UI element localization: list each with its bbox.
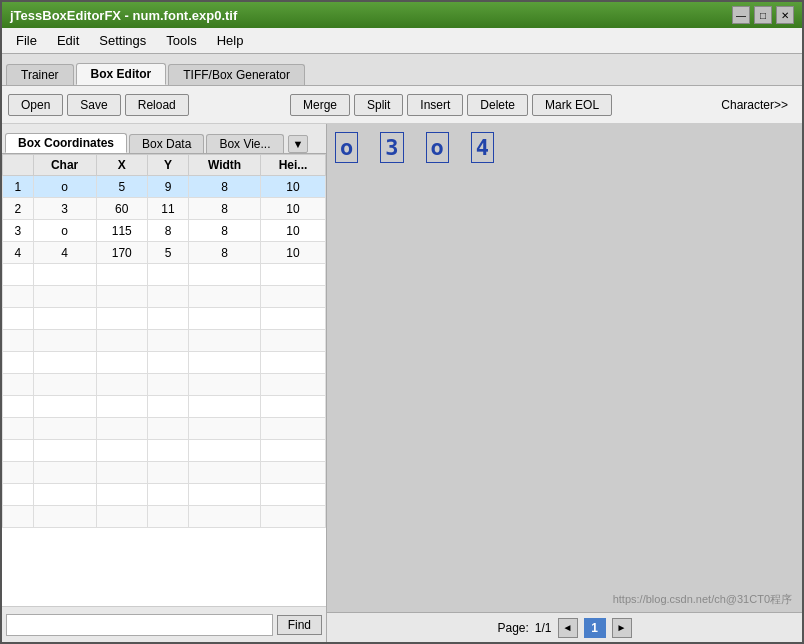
main-content: Box Coordinates Box Data Box Vie... ▼ Ch…	[2, 124, 802, 642]
menu-edit[interactable]: Edit	[47, 31, 89, 50]
close-button[interactable]: ✕	[776, 6, 794, 24]
search-bar: Find	[2, 606, 326, 642]
split-button[interactable]: Split	[354, 94, 403, 116]
sub-tab-box-data[interactable]: Box Data	[129, 134, 204, 153]
cell-height: 10	[261, 176, 326, 198]
col-header-char: Char	[33, 155, 96, 176]
page-label: Page:	[497, 621, 528, 635]
table-row-empty[interactable]	[3, 396, 326, 418]
tab-tiff-box-generator[interactable]: TIFF/Box Generator	[168, 64, 305, 85]
table-row-empty[interactable]	[3, 506, 326, 528]
col-header-width: Width	[189, 155, 261, 176]
cell-width: 8	[189, 242, 261, 264]
char-3: 3	[385, 135, 398, 160]
data-table: Char X Y Width Hei... 1 o 5 9 8 10 2 3	[2, 154, 326, 528]
toolbar: Open Save Reload Merge Split Insert Dele…	[2, 86, 802, 124]
cell-index: 4	[3, 242, 34, 264]
table-row-empty[interactable]	[3, 352, 326, 374]
char-display-4: 4	[471, 132, 494, 163]
character-label[interactable]: Character>>	[713, 95, 796, 115]
minimize-button[interactable]: —	[732, 6, 750, 24]
table-row-empty[interactable]	[3, 484, 326, 506]
col-header-x: X	[96, 155, 147, 176]
table-row[interactable]: 1 o 5 9 8 10	[3, 176, 326, 198]
sub-tab-bar: Box Coordinates Box Data Box Vie... ▼	[2, 124, 326, 154]
maximize-button[interactable]: □	[754, 6, 772, 24]
image-canvas: o 3 o 4 https://blog.csdn.net/ch@31CT0程序	[327, 124, 802, 642]
table-row[interactable]: 3 o 115 8 8 10	[3, 220, 326, 242]
sub-tab-dropdown[interactable]: ▼	[288, 135, 309, 153]
cell-y: 5	[147, 242, 188, 264]
watermark: https://blog.csdn.net/ch@31CT0程序	[613, 592, 792, 607]
cell-char: 4	[33, 242, 96, 264]
table-row-empty[interactable]	[3, 440, 326, 462]
col-header-index	[3, 155, 34, 176]
cell-height: 10	[261, 242, 326, 264]
table-row-empty[interactable]	[3, 374, 326, 396]
window-title: jTessBoxEditorFX - num.font.exp0.tif	[10, 8, 237, 23]
reload-button[interactable]: Reload	[125, 94, 189, 116]
find-button[interactable]: Find	[277, 615, 322, 635]
merge-button[interactable]: Merge	[290, 94, 350, 116]
menu-tools[interactable]: Tools	[156, 31, 206, 50]
cell-width: 8	[189, 176, 261, 198]
table-row-empty[interactable]	[3, 286, 326, 308]
current-page: 1	[584, 618, 606, 638]
delete-button[interactable]: Delete	[467, 94, 528, 116]
save-button[interactable]: Save	[67, 94, 120, 116]
char-o1: o	[340, 135, 353, 160]
cell-width: 8	[189, 220, 261, 242]
page-info: 1/1	[535, 621, 552, 635]
right-panel: o 3 o 4 https://blog.csdn.net/ch@31CT0程序	[327, 124, 802, 642]
col-header-height: Hei...	[261, 155, 326, 176]
table-row-empty[interactable]	[3, 418, 326, 440]
insert-button[interactable]: Insert	[407, 94, 463, 116]
tab-trainer[interactable]: Trainer	[6, 64, 74, 85]
mark-eol-button[interactable]: Mark EOL	[532, 94, 612, 116]
cell-index: 2	[3, 198, 34, 220]
menu-help[interactable]: Help	[207, 31, 254, 50]
cell-x: 115	[96, 220, 147, 242]
char-4: 4	[476, 135, 489, 160]
col-header-y: Y	[147, 155, 188, 176]
char-display-o1: o	[335, 132, 358, 163]
table-row[interactable]: 2 3 60 11 8 10	[3, 198, 326, 220]
prev-page-button[interactable]: ◄	[558, 618, 578, 638]
tab-box-editor[interactable]: Box Editor	[76, 63, 167, 85]
search-input[interactable]	[6, 614, 273, 636]
cell-height: 10	[261, 220, 326, 242]
menu-bar: File Edit Settings Tools Help	[2, 28, 802, 54]
cell-index: 3	[3, 220, 34, 242]
open-button[interactable]: Open	[8, 94, 63, 116]
table-row-empty[interactable]	[3, 264, 326, 286]
cell-index: 1	[3, 176, 34, 198]
cell-x: 60	[96, 198, 147, 220]
cell-x: 5	[96, 176, 147, 198]
cell-y: 9	[147, 176, 188, 198]
cell-y: 8	[147, 220, 188, 242]
title-bar: jTessBoxEditorFX - num.font.exp0.tif — □…	[2, 2, 802, 28]
cell-width: 8	[189, 198, 261, 220]
main-window: jTessBoxEditorFX - num.font.exp0.tif — □…	[0, 0, 804, 644]
sub-tab-box-view[interactable]: Box Vie...	[206, 134, 283, 153]
data-table-container: Char X Y Width Hei... 1 o 5 9 8 10 2 3	[2, 154, 326, 606]
table-row-empty[interactable]	[3, 308, 326, 330]
cell-height: 10	[261, 198, 326, 220]
char-display-o2: o	[426, 132, 449, 163]
menu-file[interactable]: File	[6, 31, 47, 50]
window-controls: — □ ✕	[732, 6, 794, 24]
cell-x: 170	[96, 242, 147, 264]
cell-char: o	[33, 220, 96, 242]
cell-y: 11	[147, 198, 188, 220]
char-display-area: o 3 o 4	[335, 132, 494, 163]
char-display-3: 3	[380, 132, 403, 163]
main-tab-bar: Trainer Box Editor TIFF/Box Generator	[2, 54, 802, 86]
table-row-empty[interactable]	[3, 462, 326, 484]
next-page-button[interactable]: ►	[612, 618, 632, 638]
table-row[interactable]: 4 4 170 5 8 10	[3, 242, 326, 264]
left-panel: Box Coordinates Box Data Box Vie... ▼ Ch…	[2, 124, 327, 642]
cell-char: o	[33, 176, 96, 198]
table-row-empty[interactable]	[3, 330, 326, 352]
sub-tab-box-coordinates[interactable]: Box Coordinates	[5, 133, 127, 153]
menu-settings[interactable]: Settings	[89, 31, 156, 50]
